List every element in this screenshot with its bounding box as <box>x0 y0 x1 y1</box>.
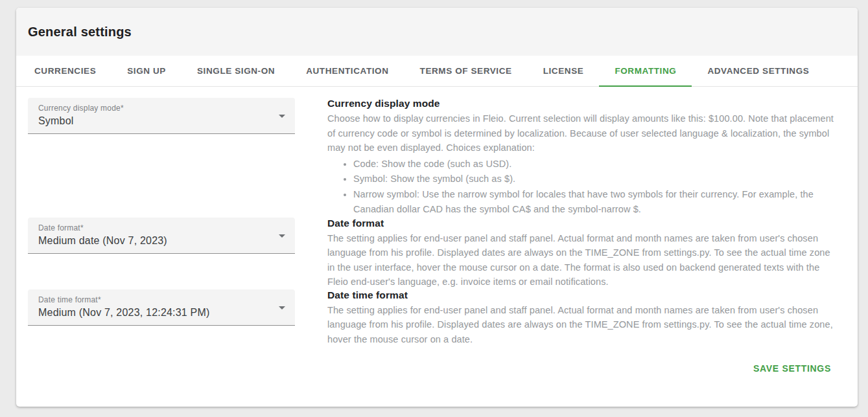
tab-license[interactable]: LICENSE <box>528 56 600 86</box>
date-format-row: Date format* Medium date (Nov 7, 2023) D… <box>28 218 836 289</box>
dropdown-arrow-icon <box>279 306 285 310</box>
tab-formatting[interactable]: FORMATTING <box>599 56 692 86</box>
tab-advanced-settings[interactable]: ADVANCED SETTINGS <box>692 56 825 86</box>
dropdown-arrow-icon <box>279 234 285 238</box>
section-heading: Date format <box>327 218 836 229</box>
tab-bar: CURRENCIES SIGN UP SINGLE SIGN-ON AUTHEN… <box>16 56 858 87</box>
date-time-format-label: Date time format* <box>38 295 269 304</box>
currency-display-mode-row: Currency display mode* Symbol Currency d… <box>28 98 836 218</box>
tab-currencies[interactable]: CURRENCIES <box>19 56 111 86</box>
section-heading: Date time format <box>327 289 836 301</box>
list-item: Symbol: Show the symbol (such as $). <box>353 172 836 187</box>
list-item: Narrow symbol: Use the narrow symbol for… <box>353 187 836 218</box>
page-title: General settings <box>28 25 132 39</box>
tab-authentication[interactable]: AUTHENTICATION <box>290 56 404 86</box>
tab-single-sign-on[interactable]: SINGLE SIGN-ON <box>182 56 290 86</box>
currency-display-mode-label: Currency display mode* <box>38 104 269 113</box>
tab-sign-up[interactable]: SIGN UP <box>111 56 182 86</box>
section-heading: Currency display mode <box>327 98 836 109</box>
date-format-value: Medium date (Nov 7, 2023) <box>38 235 269 247</box>
date-time-format-row: Date time format* Medium (Nov 7, 2023, 1… <box>28 289 836 347</box>
currency-display-mode-value: Symbol <box>38 115 269 127</box>
form-actions: SAVE SETTINGS <box>28 357 836 380</box>
date-time-format-select[interactable]: Date time format* Medium (Nov 7, 2023, 1… <box>28 289 295 326</box>
date-time-format-value: Medium (Nov 7, 2023, 12:24:31 PM) <box>38 307 269 319</box>
section-paragraph: The setting applies for end-user panel a… <box>327 231 836 289</box>
tab-content-formatting: Currency display mode* Symbol Currency d… <box>16 87 858 380</box>
list-item: Code: Show the code (such as USD). <box>353 157 836 172</box>
section-paragraph: The setting applies for end-user panel a… <box>327 303 836 347</box>
date-format-select[interactable]: Date format* Medium date (Nov 7, 2023) <box>28 218 295 254</box>
currency-choices-list: Code: Show the code (such as USD). Symbo… <box>327 157 836 218</box>
date-format-label: Date format* <box>38 223 269 232</box>
tab-terms-of-service[interactable]: TERMS OF SERVICE <box>405 56 528 86</box>
currency-display-mode-select[interactable]: Currency display mode* Symbol <box>28 98 295 134</box>
save-settings-button[interactable]: SAVE SETTINGS <box>748 357 836 380</box>
section-paragraph: Choose how to display currencies in Flei… <box>327 111 836 155</box>
dropdown-arrow-icon <box>279 115 285 118</box>
general-settings-card: General settings CURRENCIES SIGN UP SING… <box>16 8 858 407</box>
card-header: General settings <box>16 8 858 56</box>
